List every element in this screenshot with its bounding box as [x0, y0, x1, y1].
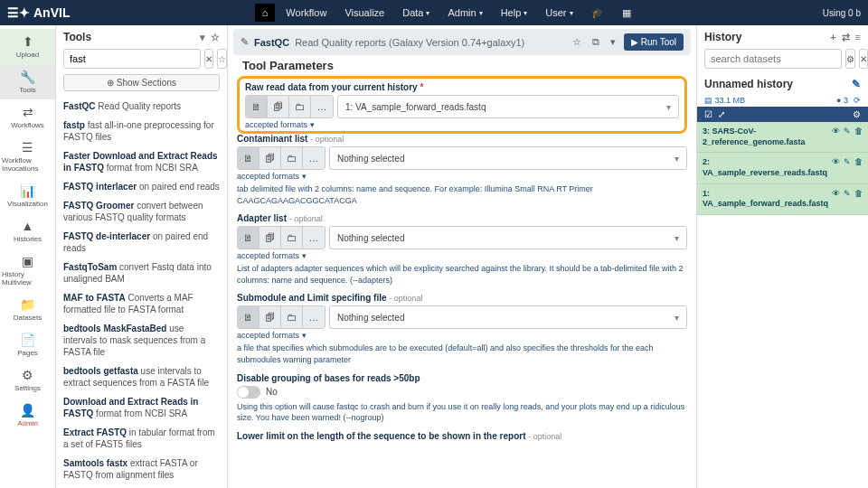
tools-search-input[interactable]	[63, 49, 201, 69]
tool-item[interactable]: FASTQ interlacer on paired end reads	[63, 177, 220, 196]
history-item[interactable]: 1: VA_sample_forward_reads.fastq👁✎🗑	[697, 184, 868, 215]
view-icon[interactable]: 👁	[832, 157, 840, 166]
rail-histories[interactable]: ▲Histories	[0, 213, 55, 249]
collection-icon[interactable]: 🗀	[281, 147, 303, 169]
favorite-button[interactable]: ☆	[217, 49, 227, 69]
single-dataset-icon[interactable]: 🗎	[238, 306, 259, 328]
grid-icon[interactable]: ▦	[615, 4, 638, 23]
accepted-formats-link[interactable]: accepted formats ▾	[237, 331, 687, 340]
rail-workflow-invocations[interactable]: ☰Workflow Invocations	[0, 135, 55, 178]
refresh-icon[interactable]: ⟳	[854, 96, 861, 105]
expand-icon[interactable]: ⤢	[718, 109, 725, 119]
rail-history-multiview[interactable]: ▣History Multiview	[0, 249, 55, 292]
nav-visualize[interactable]: Visualize	[337, 4, 392, 22]
history-item[interactable]: 2: VA_sample_reverse_reads.fastq👁✎🗑	[697, 153, 868, 183]
single-dataset-icon[interactable]: 🗎	[238, 147, 259, 169]
contaminant-select[interactable]: Nothing selected▾	[329, 146, 687, 170]
rail-admin[interactable]: 👤Admin	[0, 398, 55, 433]
history-search-input[interactable]	[704, 49, 842, 69]
history-item[interactable]: 3: SARS-CoV-2_reference_genome.fasta👁✎🗑	[697, 122, 868, 153]
browse-icon[interactable]: …	[303, 147, 325, 169]
nav-help[interactable]: Help ▾	[494, 4, 535, 22]
rail-visualization[interactable]: 📊Visualization	[0, 178, 55, 213]
panel-dropdown-icon[interactable]: ▾	[200, 32, 205, 43]
tool-item[interactable]: FastQC Read Quality reports	[63, 97, 220, 116]
favorite-tool-icon[interactable]: ☆	[570, 36, 584, 48]
tool-item[interactable]: FASTQ Groomer convert between various FA…	[63, 196, 220, 227]
multi-dataset-icon[interactable]: 🗐	[259, 147, 281, 169]
lower-limit-label: Lower limit on the length of the sequenc…	[237, 431, 525, 441]
brand-text: AnVIL	[33, 5, 70, 20]
select-all-icon[interactable]: ☑	[704, 109, 712, 119]
rail-pages[interactable]: 📄Pages	[0, 327, 55, 362]
history-options-icon[interactable]: ≡	[855, 32, 861, 43]
browse-icon[interactable]: …	[303, 306, 325, 328]
rail-workflows[interactable]: ⇄Workflows	[0, 99, 55, 135]
dataset-count: ● 3	[836, 96, 848, 105]
gear-icon[interactable]: ⚙	[853, 109, 861, 119]
tool-item[interactable]: Faster Download and Extract Reads in FAS…	[63, 146, 220, 177]
nav-workflow[interactable]: Workflow	[278, 4, 334, 22]
multi-dataset-icon[interactable]: 🗐	[259, 306, 281, 328]
nav-home[interactable]: ⌂	[255, 4, 276, 22]
run-tool-button[interactable]: ▶ Run Tool	[624, 33, 684, 51]
show-sections-button[interactable]: ⊕ Show Sections	[63, 74, 220, 91]
view-icon[interactable]: 👁	[832, 189, 840, 198]
brand-logo: ☰✦ AnVIL	[7, 5, 70, 20]
edit-history-icon[interactable]: ✎	[852, 78, 861, 90]
multi-dataset-icon[interactable]: 🗐	[259, 227, 281, 249]
rail-tools[interactable]: 🔧Tools	[0, 64, 55, 99]
tool-item[interactable]: Download and Extract Reads in FASTQ form…	[63, 392, 220, 423]
learn-icon[interactable]: 🎓	[584, 4, 611, 23]
switch-history-icon[interactable]: ⇄	[842, 32, 850, 43]
edit-icon[interactable]: ✎	[844, 189, 851, 198]
disable-grouping-toggle[interactable]	[237, 386, 260, 399]
tool-item[interactable]: bedtools MaskFastaBed use intervals to m…	[63, 319, 220, 361]
tool-list: FastQC Read Quality reportsfastp fast al…	[56, 97, 227, 488]
tool-item[interactable]: bedtools getfasta use intervals to extra…	[63, 361, 220, 392]
view-icon[interactable]: 👁	[832, 127, 840, 136]
parameters-heading: Tool Parameters	[228, 55, 696, 76]
accepted-formats-link[interactable]: accepted formats ▾	[237, 172, 687, 181]
delete-icon[interactable]: 🗑	[854, 157, 863, 166]
tool-item[interactable]: Extract FASTQ in tabular format from a s…	[63, 423, 220, 454]
nav-data[interactable]: Data ▾	[395, 4, 437, 22]
multi-dataset-icon[interactable]: 🗐	[268, 96, 289, 117]
options-dropdown-icon[interactable]: ▾	[608, 36, 618, 48]
history-filter-button[interactable]: ⚙	[845, 49, 855, 69]
rail-upload[interactable]: ⬆Upload	[0, 29, 55, 64]
tool-item[interactable]: fastp fast all-in-one preprocessing for …	[63, 116, 220, 146]
tool-item[interactable]: MAF to FASTA Converts a MAF formatted fi…	[63, 288, 220, 319]
history-clear-button[interactable]: ✕	[859, 49, 868, 69]
versions-icon[interactable]: ⧉	[590, 36, 602, 48]
delete-icon[interactable]: 🗑	[854, 127, 863, 136]
star-icon[interactable]: ☆	[211, 32, 220, 43]
edit-icon[interactable]: ✎	[844, 127, 851, 136]
tool-item[interactable]: FASTQ de-interlacer on paired end reads	[63, 227, 220, 258]
collection-icon[interactable]: 🗀	[289, 96, 311, 117]
nav-admin[interactable]: Admin ▾	[440, 4, 489, 22]
collection-icon[interactable]: 🗀	[281, 227, 303, 249]
edit-icon[interactable]: ✎	[844, 157, 851, 166]
tool-item[interactable]: Samtools fastx extract FASTA or FASTQ fr…	[63, 454, 220, 484]
adapter-select[interactable]: Nothing selected▾	[329, 226, 687, 249]
collection-icon[interactable]: 🗀	[281, 306, 303, 328]
single-dataset-icon[interactable]: 🗎	[246, 96, 268, 117]
submodule-select[interactable]: Nothing selected▾	[329, 305, 687, 329]
new-history-icon[interactable]: +	[830, 32, 835, 43]
tools-title: Tools	[63, 31, 91, 43]
rail-settings[interactable]: ⚙Settings	[0, 362, 55, 398]
single-dataset-icon[interactable]: 🗎	[238, 227, 259, 249]
browse-icon[interactable]: …	[303, 227, 325, 249]
rail-datasets[interactable]: 📁Datasets	[0, 292, 55, 327]
clear-search-button[interactable]: ✕	[204, 49, 213, 69]
delete-icon[interactable]: 🗑	[854, 189, 863, 198]
raw-read-select[interactable]: 1: VA_sample_forward_reads.fastq ▾	[337, 95, 679, 118]
accepted-formats-link[interactable]: accepted formats ▾	[237, 251, 687, 260]
nav-user[interactable]: User ▾	[538, 4, 580, 22]
accepted-formats-link[interactable]: accepted formats ▾	[245, 120, 679, 129]
tool-item[interactable]: FastqToSam convert Fastq data into unali…	[63, 258, 220, 288]
tool-item[interactable]: gfastats The swiss army knife for Genome…	[63, 484, 220, 488]
help-text: Using this option will cause fastqc to c…	[237, 401, 687, 424]
browse-icon[interactable]: …	[311, 96, 333, 117]
